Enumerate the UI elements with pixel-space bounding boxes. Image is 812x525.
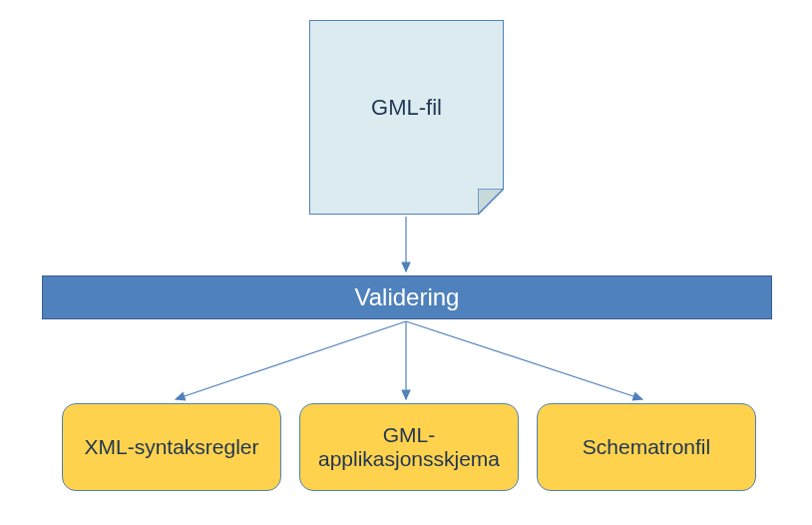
node-xml-syntax: XML-syntaksregler [62,403,281,491]
node-validering-label: Validering [355,283,460,311]
node-gml-appschema-label: GML-applikasjonsskjema [308,423,510,471]
node-gml-appschema: GML-applikasjonsskjema [299,403,519,491]
node-gml-file-label: GML-fil [371,95,442,121]
diagram-canvas: GML-fil Validering XML-syntaksregler GML… [0,0,812,525]
node-xml-syntax-label: XML-syntaksregler [84,435,258,459]
node-schematron-label: Schematronfil [583,435,710,459]
node-validering: Validering [42,275,772,319]
page-fold-icon [479,190,503,214]
node-gml-file: GML-fil [309,20,504,215]
edge-validering-to-xmlsyntax [176,321,406,399]
edge-validering-to-schematron [406,321,642,399]
node-schematron: Schematronfil [537,403,756,491]
